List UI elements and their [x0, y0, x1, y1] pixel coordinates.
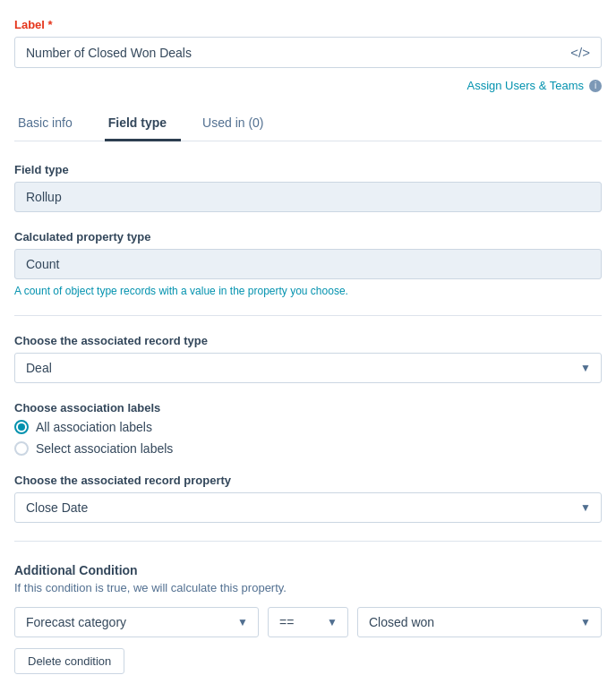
required-marker: * — [48, 18, 53, 31]
field-type-section: Field type Rollup — [14, 163, 602, 212]
divider-1 — [14, 315, 602, 316]
radio-circle-all — [14, 420, 29, 434]
field-type-label: Field type — [14, 163, 602, 176]
record-type-section: Choose the associated record type Deal C… — [14, 334, 602, 383]
condition-field-select[interactable]: Forecast category Close Date Deal Stage … — [14, 607, 259, 637]
condition-value-select[interactable]: Closed won Pipeline Best case Commit Omi… — [357, 607, 602, 637]
label-input[interactable] — [15, 38, 560, 67]
tab-used-in[interactable]: Used in (0) — [199, 107, 278, 141]
condition-field-wrapper: Forecast category Close Date Deal Stage … — [14, 607, 259, 637]
calculated-property-label: Calculated property type — [14, 230, 602, 244]
label-input-row: </> — [14, 37, 602, 68]
association-radio-group: All association labels Select associatio… — [14, 420, 602, 456]
calculated-property-value: Count — [14, 249, 602, 279]
field-type-value: Rollup — [14, 182, 602, 212]
info-icon[interactable]: i — [589, 80, 602, 92]
radio-all-label-text: All association labels — [36, 420, 152, 434]
record-property-select-wrapper: Close Date Create Date Deal Name Amount … — [14, 492, 602, 523]
label-title-text: Label — [14, 18, 45, 31]
radio-circle-select — [14, 441, 29, 456]
additional-condition-section: Additional Condition If this condition i… — [14, 563, 602, 674]
record-property-section: Choose the associated record property Cl… — [14, 474, 602, 523]
additional-condition-subtitle: If this condition is true, we will calcu… — [14, 581, 602, 594]
assign-users-link[interactable]: Assign Users & Teams — [466, 79, 584, 92]
record-property-label: Choose the associated record property — [14, 474, 602, 487]
record-type-select[interactable]: Deal Contact Company Ticket — [14, 353, 602, 383]
label-title: Label * — [14, 18, 602, 31]
radio-select-labels[interactable]: Select association labels — [14, 441, 602, 456]
record-type-label: Choose the associated record type — [14, 334, 602, 347]
delete-condition-button[interactable]: Delete condition — [14, 648, 124, 674]
radio-select-label-text: Select association labels — [36, 441, 173, 456]
tabs: Basic info Field type Used in (0) — [14, 107, 602, 141]
condition-row: Forecast category Close Date Deal Stage … — [14, 607, 602, 637]
tab-basic-info[interactable]: Basic info — [14, 107, 87, 141]
record-type-select-wrapper: Deal Contact Company Ticket ▼ — [14, 353, 602, 383]
condition-value-wrapper: Closed won Pipeline Best case Commit Omi… — [357, 607, 602, 637]
record-property-select[interactable]: Close Date Create Date Deal Name Amount — [14, 492, 602, 523]
calculated-property-helper: A count of object type records with a va… — [14, 285, 602, 297]
code-icon[interactable]: </> — [560, 38, 601, 67]
association-labels-section: Choose association labels All associatio… — [14, 401, 602, 456]
additional-condition-title: Additional Condition — [14, 563, 602, 577]
calculated-property-section: Calculated property type Count A count o… — [14, 230, 602, 297]
label-section: Label * </> — [14, 18, 602, 68]
tab-field-type[interactable]: Field type — [105, 107, 181, 141]
divider-2 — [14, 541, 602, 542]
radio-all-labels[interactable]: All association labels — [14, 420, 602, 434]
condition-operator-wrapper: == != > < >= <= ▼ — [268, 607, 348, 637]
association-labels-label: Choose association labels — [14, 401, 602, 414]
condition-operator-select[interactable]: == != > < >= <= — [268, 607, 348, 637]
assign-users-row: Assign Users & Teams i — [14, 79, 602, 92]
